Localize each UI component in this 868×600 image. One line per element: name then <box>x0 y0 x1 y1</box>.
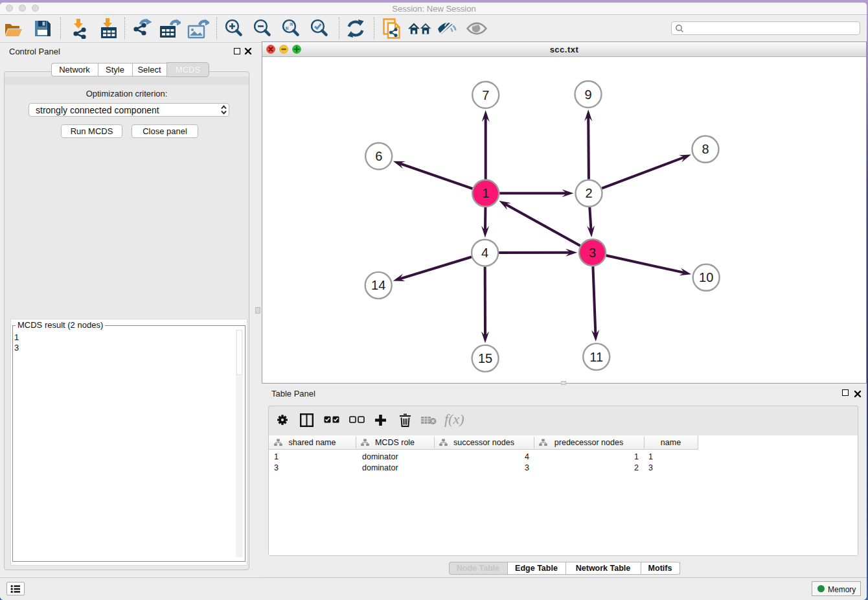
svg-text:10: 10 <box>699 270 713 284</box>
svg-text:7: 7 <box>482 88 489 102</box>
svg-text:15: 15 <box>478 351 492 365</box>
svg-text:8: 8 <box>702 142 709 156</box>
svg-text:9: 9 <box>584 87 591 102</box>
svg-text:4: 4 <box>481 246 488 260</box>
svg-text:2: 2 <box>585 186 592 200</box>
svg-text:14: 14 <box>371 278 385 292</box>
svg-text:6: 6 <box>375 149 382 163</box>
svg-text:11: 11 <box>589 350 603 364</box>
svg-text:1: 1 <box>482 186 489 200</box>
svg-text:3: 3 <box>589 246 596 260</box>
